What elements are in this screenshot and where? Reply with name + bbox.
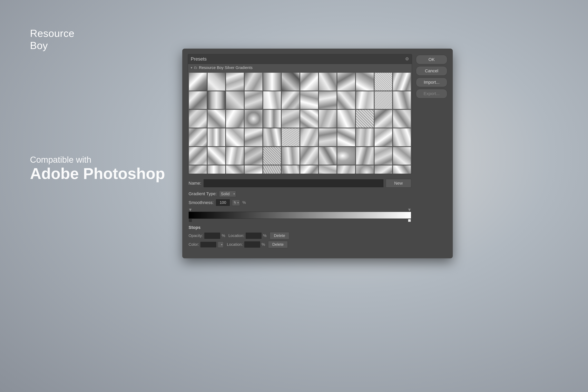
color-location-input[interactable] xyxy=(244,242,260,248)
gradient-swatch[interactable] xyxy=(189,165,207,174)
gradient-swatch[interactable] xyxy=(226,91,244,109)
gradient-type-select-wrapper: Solid Noise xyxy=(219,191,236,197)
gradient-swatch[interactable] xyxy=(319,91,337,109)
color-stop-left[interactable] xyxy=(189,219,192,222)
new-button[interactable]: New xyxy=(386,179,411,188)
gradient-swatch[interactable] xyxy=(300,110,318,128)
gradient-swatch[interactable] xyxy=(393,147,411,165)
gradient-swatch[interactable] xyxy=(337,72,355,91)
gradient-swatch[interactable] xyxy=(282,165,300,174)
gradient-swatch[interactable] xyxy=(300,147,318,165)
name-input[interactable] xyxy=(204,179,384,187)
gradient-swatch[interactable] xyxy=(337,165,355,174)
export-button[interactable]: Export... xyxy=(416,89,447,98)
gradient-list-container[interactable]: ▾ 🗀 Resource Boy Silver Gradients xyxy=(188,64,412,174)
gradient-swatch[interactable] xyxy=(374,91,392,109)
opacity-location-input[interactable] xyxy=(246,233,262,239)
gradient-swatch[interactable] xyxy=(189,72,207,91)
gradient-swatch[interactable] xyxy=(226,72,244,91)
gradient-swatch[interactable] xyxy=(393,165,411,174)
gradient-swatch[interactable] xyxy=(207,128,226,146)
gradient-swatch[interactable] xyxy=(337,110,355,128)
color-delete-button[interactable]: Delete xyxy=(268,241,288,248)
gradient-swatch[interactable] xyxy=(282,72,300,91)
gear-icon[interactable]: ⚙ xyxy=(405,56,409,62)
gradient-swatch[interactable] xyxy=(207,72,226,91)
gradient-swatch[interactable] xyxy=(300,165,318,174)
color-stop-right[interactable] xyxy=(408,219,411,222)
gradient-swatch[interactable] xyxy=(356,128,374,146)
ok-button[interactable]: OK xyxy=(416,55,447,64)
gradient-swatch[interactable] xyxy=(374,165,392,174)
gradient-swatch[interactable] xyxy=(282,147,300,165)
gradient-swatch[interactable] xyxy=(300,91,318,109)
gradient-swatch[interactable] xyxy=(393,110,411,128)
gradient-swatch[interactable] xyxy=(189,147,207,165)
gradient-swatch[interactable] xyxy=(226,147,244,165)
gradient-swatch[interactable] xyxy=(356,72,374,91)
cancel-button[interactable]: Cancel xyxy=(416,66,447,76)
gradient-swatch[interactable] xyxy=(189,91,207,109)
gradient-swatch[interactable] xyxy=(263,128,281,146)
gradient-swatch[interactable] xyxy=(393,91,411,109)
color-swatch-input[interactable] xyxy=(200,242,216,247)
gradient-swatch[interactable] xyxy=(226,110,244,128)
gradient-swatch[interactable] xyxy=(319,72,337,91)
gradient-swatch[interactable] xyxy=(226,165,244,174)
gradient-preview-bar[interactable] xyxy=(188,212,411,219)
gradient-swatch[interactable] xyxy=(374,147,392,165)
gradient-swatch[interactable] xyxy=(207,91,226,109)
gradient-swatch[interactable] xyxy=(263,165,281,174)
gradient-swatch[interactable] xyxy=(356,147,374,165)
import-button[interactable]: Import... xyxy=(416,78,447,87)
opacity-value-input[interactable] xyxy=(204,233,220,239)
opacity-stop-right[interactable] xyxy=(408,208,411,211)
gradient-swatch[interactable] xyxy=(189,128,207,146)
gradient-swatch[interactable] xyxy=(337,91,355,109)
gradient-swatch[interactable] xyxy=(319,128,337,146)
gradient-type-select[interactable]: Solid Noise xyxy=(219,191,236,197)
gradient-swatch[interactable] xyxy=(263,147,281,165)
gradient-swatch[interactable] xyxy=(244,110,263,128)
gradient-swatch[interactable] xyxy=(374,110,392,128)
gradient-swatch[interactable] xyxy=(393,128,411,146)
gradient-swatch[interactable] xyxy=(244,72,263,91)
gradient-swatch[interactable] xyxy=(244,91,263,109)
gradient-swatch[interactable] xyxy=(244,165,263,174)
gradient-swatch[interactable] xyxy=(356,110,374,128)
opacity-stop-left[interactable] xyxy=(189,208,192,211)
gradient-swatch[interactable] xyxy=(207,147,226,165)
gradient-swatch[interactable] xyxy=(263,72,281,91)
gradient-swatch[interactable] xyxy=(374,128,392,146)
gradient-swatch[interactable] xyxy=(337,128,355,146)
dialog-main: Presets ⚙ ▾ 🗀 Resource Boy Silver Gradie… xyxy=(188,54,412,251)
gradient-swatch[interactable] xyxy=(356,91,374,109)
gradient-swatch[interactable] xyxy=(282,110,300,128)
gradient-swatch[interactable] xyxy=(263,91,281,109)
gradient-swatch[interactable] xyxy=(263,110,281,128)
gradient-swatch[interactable] xyxy=(319,165,337,174)
gradient-swatch[interactable] xyxy=(244,147,263,165)
gradient-swatch[interactable] xyxy=(300,72,318,91)
gradient-swatch[interactable] xyxy=(282,128,300,146)
gradient-swatch[interactable] xyxy=(319,147,337,165)
gradient-swatch[interactable] xyxy=(319,110,337,128)
gradient-swatch[interactable] xyxy=(356,165,374,174)
gradient-swatch[interactable] xyxy=(300,128,318,146)
gradient-swatch[interactable] xyxy=(337,147,355,165)
compatible-text-block: Compatible with Adobe Photoshop xyxy=(30,155,165,183)
gradient-swatch[interactable] xyxy=(374,72,392,91)
gradient-swatch[interactable] xyxy=(207,165,226,174)
gradient-swatch[interactable] xyxy=(393,72,411,91)
opacity-delete-button[interactable]: Delete xyxy=(270,232,289,239)
smoothness-unit-select[interactable]: % xyxy=(232,200,240,206)
photoshop-dialog: Presets ⚙ ▾ 🗀 Resource Boy Silver Gradie… xyxy=(182,48,453,258)
gradient-swatch[interactable] xyxy=(226,128,244,146)
gradient-swatch[interactable] xyxy=(282,91,300,109)
gradient-swatch[interactable] xyxy=(244,128,263,146)
gradient-swatch[interactable] xyxy=(189,110,207,128)
gradient-swatch[interactable] xyxy=(207,110,226,128)
color-type-select[interactable] xyxy=(218,242,224,248)
group-header[interactable]: ▾ 🗀 Resource Boy Silver Gradients xyxy=(188,64,412,72)
smoothness-input[interactable] xyxy=(216,199,230,206)
